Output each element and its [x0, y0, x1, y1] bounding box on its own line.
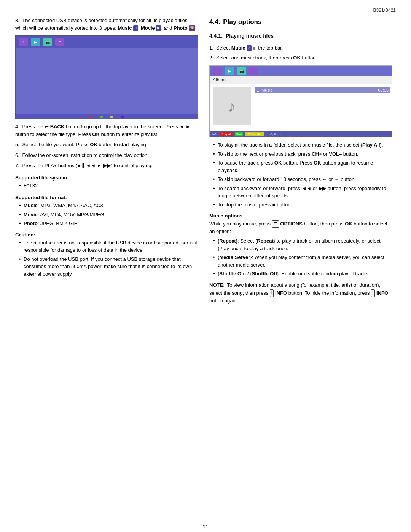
right-icon-movie: ▶: [225, 67, 234, 75]
right-bullet-3: To pause the track, press OK button. Pre…: [213, 159, 392, 174]
back-arrow-icon: ↩: [45, 124, 49, 129]
step-2-num: 2.: [209, 54, 213, 62]
music-options-list: {Repeat}: Select {Repeat} to play a trac…: [209, 237, 392, 278]
supported-ff-heading: Supported file format:: [15, 195, 198, 200]
vol-minus: VOL–: [329, 151, 342, 157]
caution-1: The manufacturer is not responsible if t…: [19, 239, 198, 254]
step-1-num: 1.: [209, 44, 213, 52]
right-icon-music: ♫: [213, 67, 222, 75]
btn-playall: Play All: [220, 132, 233, 136]
media-server-label: Media Server: [219, 254, 250, 260]
step-7-text: Press the PLAY buttons (■ ‖ ◄◄ ► ▶▶) to …: [22, 163, 153, 168]
left-ui-screenshot: ♫ ▶ 📷 ⚙: [15, 35, 198, 119]
btn-usb: USB device: [245, 132, 264, 136]
dot-red: [89, 116, 92, 118]
photo-fmt-label: Photo: [24, 220, 38, 226]
dot-green: [100, 116, 103, 118]
icon-photo-tab: 📷: [43, 38, 52, 46]
col-1: [16, 48, 76, 107]
repeat-label: Repeat: [219, 238, 236, 244]
ff-list: Music: MP3, WMA, M4A, AAC, AC3 Movie: AV…: [15, 202, 198, 227]
right-bullet-2: To skip to the next or previous track, p…: [213, 150, 392, 158]
dot-blue: [121, 116, 124, 118]
icon-extra-tab: ⚙: [55, 38, 64, 46]
which-word: which: [15, 25, 28, 31]
right-bullet-6: To stop the music, press ■ button.: [213, 201, 392, 209]
play-btns: ■ ‖ ◄◄ ► ▶▶: [77, 163, 111, 168]
fs-list: FAT32: [15, 182, 198, 190]
step-5: 5. Select the file you want. Press OK bu…: [15, 141, 198, 149]
option-media-server: {Media Server}: When you play content fr…: [213, 254, 392, 268]
play-all-ref: Play All: [362, 142, 380, 148]
icon-movie-tab: ▶: [31, 38, 40, 46]
right-step-2: 2. Select one music track, then press OK…: [209, 54, 392, 62]
col-2: [76, 48, 137, 107]
caution-2: Do not overload the USB port. If you con…: [19, 256, 198, 278]
step-4: 4. Press the ↩ BACK button to go up to t…: [15, 123, 198, 138]
step-5-num: 5.: [15, 142, 19, 147]
step-7: 7. Press the PLAY buttons (■ ‖ ◄◄ ► ▶▶) …: [15, 162, 198, 169]
shuffle-off-label: Shuffle Off: [252, 271, 277, 276]
step-4-num: 4.: [15, 124, 19, 129]
caution-heading: Caution:: [15, 232, 198, 238]
section-441-name: Playing music files: [226, 33, 274, 39]
option-shuffle: {Shuffle On} / {Shuffle Off}: Enable or …: [213, 270, 392, 278]
ff-btn: ▶▶: [319, 185, 326, 191]
page-number: 11: [203, 524, 208, 529]
music-options-heading: Music options: [209, 213, 392, 219]
caution-list: The manufacturer is not responsible if t…: [15, 239, 198, 278]
ok-label-right: OK: [293, 55, 301, 61]
right-step-1: 1. Select Music ♫ in the top bar.: [209, 44, 392, 52]
model-number: B321/B421: [373, 8, 396, 13]
photo-formats: Photo: JPEG, BMP, GIF: [19, 220, 198, 227]
note-block: NOTE: To view information about a song (…: [209, 281, 392, 305]
section-441-num: 4.4.1.: [209, 33, 223, 39]
rew-btn: ◄◄: [301, 185, 311, 191]
photo-icon: 🌄: [189, 25, 195, 31]
photo-type: Photo: [174, 25, 188, 31]
movie-type: Movie: [141, 25, 155, 31]
album-label: Album: [210, 76, 392, 84]
track-item-1: 1. Music 05:05: [255, 87, 390, 93]
info-icon-2: i: [371, 289, 375, 297]
right-bullet-4: To skip backward or forward 10 seconds, …: [213, 176, 392, 183]
shuffle-on-label: Shuffle On: [219, 271, 244, 276]
right-top-bar: ♫ ▶ 📷 ⚙: [210, 66, 392, 76]
track-1-time: 05:05: [378, 88, 389, 93]
step-1-text: Select Music ♫ in the top bar.: [216, 45, 283, 51]
info-icon-1: i: [270, 289, 274, 297]
repeat-ref: Repeat: [257, 238, 273, 244]
col-3: [137, 48, 198, 107]
step-7-num: 7.: [15, 163, 19, 168]
right-steps: 1. Select Music ♫ in the top bar. 2. Sel…: [209, 44, 392, 61]
movie-formats: Movie: AVI, MP4, MOV, MPG/MPEG: [19, 211, 198, 219]
step-5-text: Select the file you want. Press OK butto…: [22, 142, 147, 147]
note-text: NOTE: To view information about a song (…: [209, 281, 392, 305]
section-44-num: 4.4.: [209, 18, 220, 26]
page-footer: 11: [0, 521, 411, 532]
screenshot-bottom-bar: [16, 114, 198, 119]
screenshot-content: [16, 48, 198, 107]
right-bullets: To play all the tracks in a folder, sele…: [209, 141, 392, 208]
music-note-icon: ♪: [228, 98, 236, 115]
btn-options: Options: [269, 132, 282, 136]
ch-plus: CH+: [312, 151, 322, 157]
step-6-num: 6.: [15, 152, 19, 158]
section-44-name: Play options: [223, 18, 261, 26]
info-label-1: INFO: [275, 290, 287, 296]
page-container: B321/B421 3. The connected USB device is…: [0, 0, 411, 532]
back-label: BACK: [50, 124, 65, 129]
music-label-step1: Music: [231, 45, 245, 51]
track-list: 1. Music 05:05: [254, 84, 392, 128]
option-repeat: {Repeat}: Select {Repeat} to play a trac…: [213, 237, 392, 252]
btn-info: Info: [211, 132, 218, 136]
movie-icon: ▶: [156, 25, 161, 31]
music-icon: ♫: [133, 25, 138, 31]
two-column-layout: 3. The connected USB device is detected …: [15, 17, 396, 305]
track-1-name: 1. Music: [257, 88, 272, 93]
ok-pause: OK: [274, 160, 282, 166]
icon-music-tab: ♫: [19, 38, 28, 46]
btn-spacer: [265, 134, 268, 134]
movie-fmt-label: Movie: [24, 212, 38, 217]
dot-yellow: [110, 116, 113, 118]
